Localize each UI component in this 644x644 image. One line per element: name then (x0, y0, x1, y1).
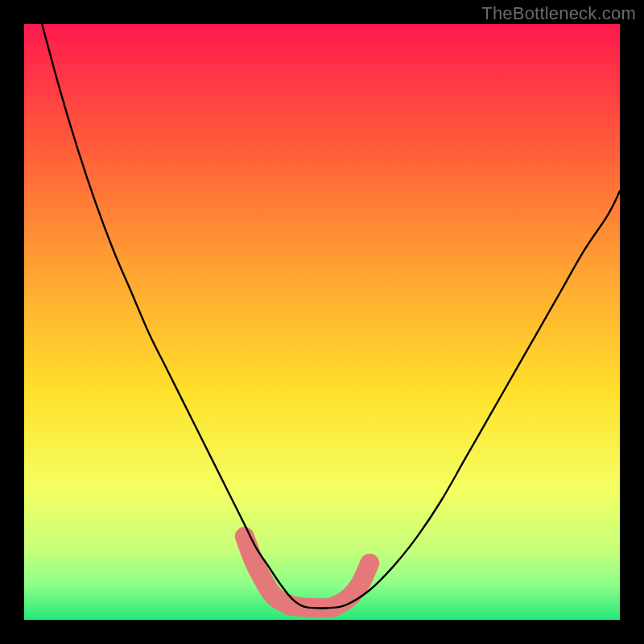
plot-area (24, 24, 620, 620)
chart-frame: TheBottleneck.com (0, 0, 644, 644)
gradient-background (24, 24, 620, 620)
bottleneck-chart (24, 24, 620, 620)
watermark-text: TheBottleneck.com (481, 3, 636, 24)
